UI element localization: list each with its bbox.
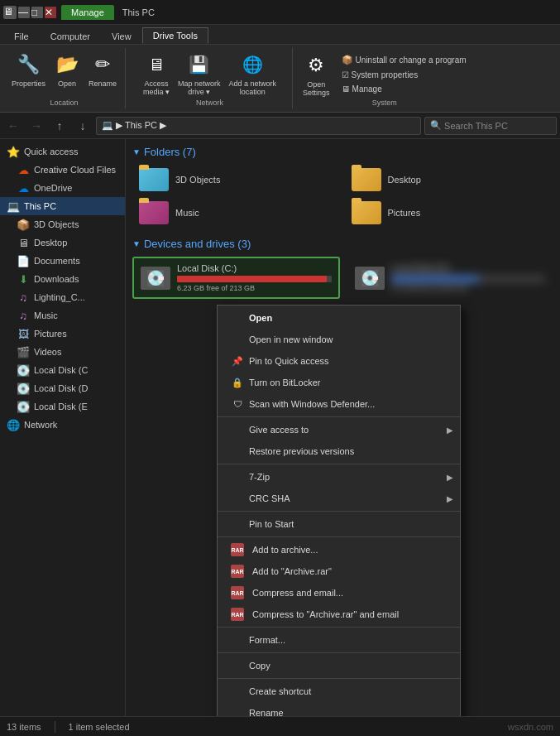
ctx-pin-quick-icon: 📌 [231, 354, 244, 368]
sidebar-item-quickaccess[interactable]: ⭐ Quick access [0, 142, 125, 161]
app-icon: 🖥 [3, 6, 17, 19]
drive-d-name: Local Disk (D:) [391, 263, 546, 273]
ctx-add-archive-rar-label: Add to "Archive.rar" [252, 566, 332, 576]
add-network-icon: 🌐 [239, 51, 266, 78]
manage-tab[interactable]: Manage [61, 5, 114, 20]
system-props-button[interactable]: ☑ System properties [338, 69, 470, 81]
ctx-pin-start[interactable]: Pin to Start [218, 513, 460, 535]
ctx-open[interactable]: Open [218, 307, 460, 329]
sidebar-item-videos[interactable]: 🎬 Videos [0, 343, 125, 361]
open-settings-button[interactable]: ⚙ OpenSettings [299, 51, 333, 99]
ctx-add-archive[interactable]: RAR Add to archive... [218, 539, 460, 560]
up-button[interactable]: ↑ [50, 116, 69, 136]
ctx-compress-archive-email[interactable]: RAR Compress to "Archive.rar" and email [218, 604, 460, 625]
ctx-open-new-window[interactable]: Open in new window [218, 329, 460, 350]
ctx-pin-quick[interactable]: 📌 Pin to Quick access [218, 350, 460, 372]
sidebar-item-pictures[interactable]: 🖼 Pictures [0, 325, 125, 343]
network-icon: 🌐 [7, 418, 20, 431]
drive-c-bar [177, 276, 332, 282]
sidebar-item-locald[interactable]: 💽 Local Disk (D [0, 379, 125, 397]
minimize-btn[interactable]: — [18, 7, 30, 18]
rename-button[interactable]: ✏ Rename [85, 50, 120, 89]
ctx-restore-label: Restore previous versions [249, 446, 354, 456]
maximize-btn[interactable]: □ [31, 7, 43, 18]
sidebar: ⭐ Quick access ☁ Creative Cloud Files ☁ … [0, 139, 126, 716]
address-path[interactable]: 💻 ▶ This PC ▶ [96, 117, 421, 135]
ctx-format[interactable]: Format... [218, 629, 460, 651]
uninstall-label: Uninstall or change a program [356, 55, 467, 65]
content-area: ▼ Folders (7) 3D Objects Desktop Music P… [126, 139, 560, 716]
pc-icon: 💻 [102, 120, 113, 131]
sidebar-item-localc[interactable]: 💽 Local Disk (C [0, 361, 125, 379]
sidebar-item-onedrive[interactable]: ☁ OneDrive [0, 179, 125, 197]
access-media-icon: 🖥 [143, 51, 170, 78]
ctx-crcsha[interactable]: CRC SHA ▶ [218, 488, 460, 509]
folder-desktop[interactable]: Desktop [345, 165, 554, 195]
access-media-button[interactable]: 🖥 Accessmedia ▾ [140, 50, 173, 98]
open-label: Open [58, 79, 76, 88]
tab-drive-tools[interactable]: Drive Tools [142, 27, 208, 44]
tab-computer[interactable]: Computer [40, 28, 101, 44]
status-bar: 13 items 1 item selected wsxdn.com [0, 716, 560, 736]
drive-d[interactable]: 💽 Local Disk (D:) 272 GB free of 638 GB [347, 257, 554, 299]
sidebar-item-documents[interactable]: 📄 Documents [0, 252, 125, 270]
ctx-create-shortcut[interactable]: Create shortcut [218, 681, 460, 702]
folder-grid: 3D Objects Desktop Music Pictures [132, 165, 553, 228]
folder-3dobjects[interactable]: 3D Objects [132, 165, 342, 195]
videos-icon: 🎬 [17, 345, 30, 358]
drive-c-fill [177, 276, 327, 282]
ctx-restore[interactable]: Restore previous versions [218, 440, 460, 462]
drives-section-header[interactable]: ▼ Devices and drives (3) [132, 238, 553, 250]
tab-view[interactable]: View [101, 28, 142, 44]
ctx-add-archive-rar[interactable]: RAR Add to "Archive.rar" [218, 560, 460, 582]
ctx-bitlocker[interactable]: 🔒 Turn on BitLocker [218, 372, 460, 393]
ctx-compress-email[interactable]: RAR Compress and email... [218, 582, 460, 604]
ctx-restore-icon [231, 445, 244, 458]
open-icon: 📂 [54, 51, 80, 78]
uninstall-button[interactable]: 📦 Uninstall or change a program [338, 53, 470, 67]
close-btn[interactable]: ✕ [45, 7, 56, 18]
sidebar-item-locale[interactable]: 💽 Local Disk (E [0, 397, 125, 416]
ctx-compress-archive-email-label: Compress to "Archive.rar" and email [252, 609, 399, 619]
search-box[interactable]: 🔍 Search This PC [424, 117, 557, 135]
folder-music-label: Music [175, 208, 199, 218]
properties-button[interactable]: 🔧 Properties [8, 50, 49, 89]
add-network-button[interactable]: 🌐 Add a networklocation [226, 50, 280, 98]
back-button[interactable]: ← [3, 116, 23, 136]
sidebar-item-desktop[interactable]: 🖥 Desktop [0, 233, 125, 252]
folder-music[interactable]: Music [132, 198, 342, 228]
creativecloud-icon: ☁ [17, 163, 30, 176]
map-drive-button[interactable]: 💾 Map networkdrive ▾ [175, 50, 224, 98]
sidebar-item-thispc[interactable]: 💻 This PC [0, 197, 125, 215]
ctx-open-icon [231, 311, 244, 325]
forward-button[interactable]: → [26, 116, 46, 136]
folders-section-header[interactable]: ▼ Folders (7) [132, 146, 553, 158]
tab-file[interactable]: File [3, 28, 40, 44]
thispc-icon: 💻 [7, 200, 20, 213]
folder-pictures-icon [352, 201, 381, 224]
sidebar-item-network[interactable]: 🌐 Network [0, 416, 125, 434]
creativecloud-label: Creative Cloud Files [34, 165, 116, 175]
manage-button[interactable]: 🖥 Manage [338, 83, 470, 95]
folder-3d-icon [139, 168, 169, 191]
documents-label: Documents [34, 256, 80, 266]
ctx-rename[interactable]: Rename [218, 702, 460, 716]
ctx-defender[interactable]: 🛡 Scan with Windows Defender... [218, 393, 460, 415]
sidebar-item-music[interactable]: ♫ Music [0, 306, 125, 325]
open-button[interactable]: 📂 Open [50, 50, 84, 89]
ctx-copy[interactable]: Copy [218, 655, 460, 676]
sidebar-item-3dobjects[interactable]: 📦 3D Objects [0, 215, 125, 233]
downloads-icon: ⬇ [17, 272, 30, 286]
folder-pictures[interactable]: Pictures [345, 198, 554, 228]
drive-c[interactable]: 💽 Local Disk (C:) 6.23 GB free of 213 GB [132, 257, 340, 299]
sidebar-item-creativecloud[interactable]: ☁ Creative Cloud Files [0, 161, 125, 179]
3dobjects-label: 3D Objects [34, 219, 79, 229]
watermark: wsxdn.com [508, 722, 553, 732]
ctx-give-access[interactable]: Give access to ▶ [218, 419, 460, 440]
sidebar-item-downloads[interactable]: ⬇ Downloads [0, 270, 125, 288]
folders-chevron: ▼ [132, 147, 141, 156]
sidebar-item-lighting[interactable]: ♫ Lighting_C... [0, 288, 125, 306]
ctx-7zip[interactable]: 7-Zip ▶ [218, 466, 460, 488]
drive-d-bar [391, 276, 546, 282]
down-button[interactable]: ↓ [73, 116, 93, 136]
